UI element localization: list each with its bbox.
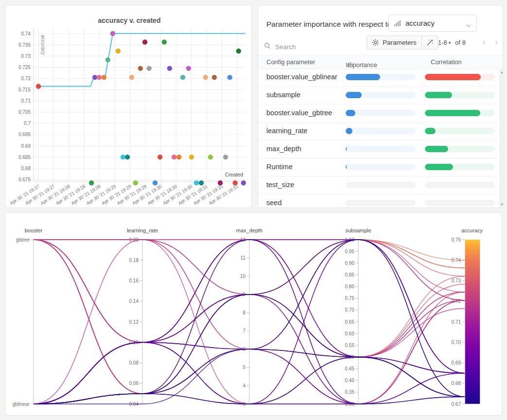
scatter-point[interactable] (186, 66, 191, 70)
metric-select[interactable]: accuracy (388, 15, 477, 32)
correlation-bar[interactable] (425, 128, 495, 134)
scatter-point[interactable] (102, 75, 106, 80)
pagination-of: of 8 (455, 39, 466, 46)
sort-descending-icon[interactable]: ↓ (347, 61, 350, 68)
parameter-name: booster.value_gblinear (266, 73, 337, 81)
correlation-bar[interactable] (425, 110, 495, 116)
axis-title-subsample: subsample (345, 228, 371, 233)
importance-bar[interactable] (346, 182, 416, 188)
axis-tick-label: 0.71 (452, 319, 461, 325)
search-box[interactable] (264, 42, 356, 51)
scatter-point[interactable] (180, 75, 185, 80)
scatter-point[interactable] (105, 57, 110, 62)
scatter-point[interactable] (138, 66, 143, 70)
scatter-point[interactable] (208, 155, 213, 159)
correlation-bar[interactable] (425, 200, 495, 206)
correlation-bar[interactable] (425, 182, 495, 188)
accuracy-colorbar (465, 240, 480, 404)
axis-tick-label: 0.16 (129, 278, 139, 283)
importance-bar[interactable] (346, 92, 416, 98)
scatter-point[interactable] (162, 39, 167, 44)
importance-bar[interactable] (346, 110, 416, 116)
scatter-point[interactable] (147, 66, 152, 70)
y-tick-label: 0.705 (18, 109, 31, 115)
axis-tick-label: 0.35 (345, 389, 355, 395)
parameters-button[interactable]: Parameters (367, 36, 421, 49)
axis-tick-label: 0.70 (452, 340, 461, 345)
correlation-bar[interactable] (425, 74, 495, 80)
bar-fill (346, 110, 355, 116)
scatter-point[interactable] (218, 180, 223, 185)
scatter-point[interactable] (89, 180, 94, 185)
scatter-point[interactable] (121, 155, 125, 159)
scatter-point[interactable] (36, 84, 41, 88)
next-page-button[interactable]: › (495, 35, 498, 48)
scatter-point[interactable] (241, 180, 246, 185)
magic-wand-icon (426, 39, 434, 47)
parameter-name: max_depth (266, 145, 301, 153)
scatter-point[interactable] (203, 75, 208, 80)
axis-tick-label: 0.60 (345, 331, 355, 336)
parallel-coordinates-chart: boostergbtreegblinearlearning_rate0.200.… (5, 213, 502, 415)
pagination-caret-icon[interactable]: ▾ (449, 40, 451, 45)
magic-wand-button[interactable] (421, 36, 437, 49)
axis-title-booster: booster (25, 228, 43, 233)
table-row: learning_rate (258, 122, 503, 140)
axis-tick-label: 0.18 (129, 258, 139, 263)
y-tick-label: 0.675 (18, 177, 31, 182)
correlation-bar[interactable] (425, 92, 495, 98)
axis-tick-label: 0.95 (345, 249, 355, 254)
parameters-button-label: Parameters (383, 39, 417, 46)
correlation-bar[interactable] (425, 146, 495, 152)
scatter-point[interactable] (129, 75, 134, 80)
search-input[interactable] (274, 43, 349, 51)
pagination: 1-8 ▾ of 8 (438, 39, 466, 46)
scatter-point[interactable] (233, 180, 238, 185)
parameter-name: booster.value_gbtree (266, 109, 332, 117)
scatter-point[interactable] (110, 31, 115, 36)
scatter-point[interactable] (133, 180, 138, 185)
scatter-panel: accuracy v. created0.740.7350.730.7250.7… (5, 5, 252, 208)
axis-tick-label: 0.45 (345, 366, 355, 371)
y-tick-label: 0.715 (18, 87, 31, 92)
scatter-point[interactable] (142, 39, 147, 44)
scatter-point[interactable] (97, 75, 102, 80)
y-tick-label: 0.68 (21, 166, 31, 171)
importance-bar[interactable] (346, 164, 416, 170)
correlation-bar[interactable] (425, 164, 495, 170)
importance-bar[interactable] (346, 146, 416, 152)
axis-tick-label: gbtree (16, 237, 30, 243)
scroll-down-icon[interactable]: ▼ (499, 203, 505, 206)
scatter-point[interactable] (236, 49, 241, 53)
search-icon (264, 42, 271, 51)
scatter-point[interactable] (157, 155, 162, 159)
column-correlation: Correlation (431, 58, 462, 66)
scatter-point[interactable] (227, 75, 232, 80)
scatter-point[interactable] (116, 49, 121, 53)
importance-bar[interactable] (346, 74, 416, 80)
scatter-point[interactable] (194, 180, 199, 185)
scatter-point[interactable] (125, 155, 130, 159)
scatter-point[interactable] (153, 180, 157, 185)
importance-bar[interactable] (346, 128, 416, 134)
axis-tick-label: 0.73 (452, 278, 461, 283)
scatter-point[interactable] (176, 155, 181, 159)
scroll-up-icon[interactable]: ▲ (499, 70, 505, 74)
scatter-point[interactable] (167, 66, 172, 70)
bar-chart-icon (394, 20, 402, 27)
scatter-point[interactable] (223, 155, 228, 159)
table-scrollbar[interactable]: ▲ ▼ (499, 69, 505, 208)
y-tick-label: 0.725 (18, 65, 31, 70)
table-row: booster.value_gbtree (258, 105, 503, 122)
bar-fill (425, 164, 453, 170)
scatter-point[interactable] (172, 155, 176, 159)
scatter-point[interactable] (189, 155, 194, 159)
axis-tick-label: 10 (240, 274, 246, 279)
importance-bar[interactable] (346, 200, 416, 206)
axis-tick-label: 7 (243, 328, 245, 333)
scatter-point[interactable] (212, 75, 217, 80)
scatter-point[interactable] (199, 180, 204, 185)
y-tick-label: 0.69 (21, 143, 31, 149)
previous-page-button[interactable]: ‹ (482, 35, 485, 48)
chart-title: accuracy v. created (98, 17, 161, 24)
